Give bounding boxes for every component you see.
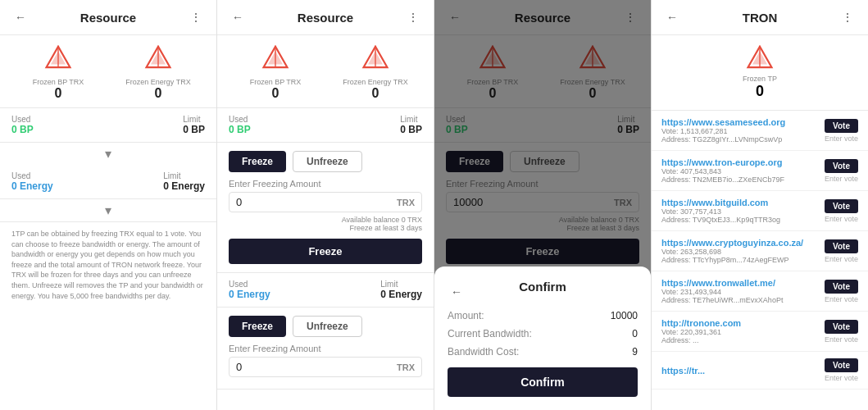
vote-address: Address: TG2Z8gIYr...LVNmpCswVp [661,135,820,144]
panel-resource-3: ← Resource ⋮ Frozen BP TRX 0 Frozen Ener… [434,0,652,410]
frozen-energy-item-2: Frozen Energy TRX 0 [325,45,425,101]
vote-button[interactable]: Vote [825,358,858,372]
frozen-bp-label-1: Frozen BP TRX [33,78,84,86]
freeze-buttons-energy-2: Freeze Unfreeze [229,316,422,337]
vote-info: https://tr... [661,366,820,376]
vote-url: https://www.cryptoguyinza.co.za/ [661,238,820,248]
vote-count: Vote: 231,493,944 [661,288,820,296]
panel-resource-1: ← Resource ⋮ Frozen BP TRX 0 Frozen Ener… [0,0,217,410]
panel-2-header: ← Resource ⋮ [217,0,434,35]
tron-logo-bp-1 [43,45,73,75]
confirm-button[interactable]: Confirm [448,367,638,397]
back-icon-4[interactable]: ← [663,8,681,26]
vote-action-col: Vote Enter vote [825,358,858,382]
frozen-tp-label: Frozen TP [743,75,777,83]
confirm-bandwidth-row: Current Bandwidth: 0 [448,328,638,339]
enter-vote-label: Enter vote [825,175,858,183]
freeze-section-bp-2: Freeze Unfreeze Enter Freezing Amount TR… [217,143,434,273]
vote-info: http://tronone.com Vote: 220,391,361 Add… [661,318,820,344]
vote-count: Vote: 407,543,843 [661,167,820,175]
vote-item[interactable]: https://www.cryptoguyinza.co.za/ Vote: 2… [652,231,868,271]
tron-logo-energy-1 [143,45,173,75]
back-icon-1[interactable]: ← [11,8,30,26]
limit-energy-2: Limit 0 Energy [380,280,422,300]
vote-item[interactable]: http://tronone.com Vote: 220,391,361 Add… [652,312,868,352]
vote-action-col: Vote Enter vote [825,320,858,344]
back-icon-confirm[interactable]: ← [448,283,466,301]
frozen-bp-label-2: Frozen BP TRX [250,78,302,86]
frozen-energy-item-1: Frozen Energy TRX 0 [108,45,208,101]
freeze-buttons-bp-2: Freeze Unfreeze [229,151,422,172]
frozen-energy-label-1: Frozen Energy TRX [125,78,190,86]
panel-4-title: TRON [743,11,778,25]
vote-button[interactable]: Vote [825,320,858,334]
more-icon-1[interactable]: ⋮ [187,8,205,26]
vote-url: https://www.tronwallet.me/ [661,278,820,288]
vote-count: Vote: 220,391,361 [661,328,820,336]
enter-vote-label: Enter vote [825,134,858,143]
freeze-action-btn-bp-2[interactable]: Freeze [229,239,422,264]
used-bp-1: Used 0 BP [11,115,34,135]
confirm-bandwidth-label: Current Bandwidth: [448,328,532,339]
logo-area-1: Frozen BP TRX 0 Frozen Energy TRX 0 [0,35,216,108]
vote-info: https://www.cryptoguyinza.co.za/ Vote: 2… [661,238,820,264]
energy-stats-2: Used 0 Energy Limit 0 Energy [217,273,434,308]
unfreeze-btn-bp-2[interactable]: Unfreeze [293,151,362,172]
vote-url: https://www.tron-europe.org [661,157,820,167]
vote-item[interactable]: https://www.sesameseed.org Vote: 1,513,6… [652,111,868,151]
enter-vote-label: Enter vote [825,335,858,344]
vote-button[interactable]: Vote [825,239,858,253]
chevron-bp-1[interactable]: ▾ [0,143,216,165]
vote-button[interactable]: Vote [825,159,858,173]
vote-list: https://www.sesameseed.org Vote: 1,513,6… [652,111,868,410]
freeze-btn-bp-2[interactable]: Freeze [229,151,286,172]
tron-balance: Frozen TP 0 [743,45,777,100]
freeze-btn-energy-2[interactable]: Freeze [229,316,286,337]
logo-area-2: Frozen BP TRX 0 Frozen Energy TRX 0 [217,35,434,108]
panel-resource-2: ← Resource ⋮ Frozen BP TRX 0 Frozen Ener… [217,0,434,410]
vote-item[interactable]: https://www.tronwallet.me/ Vote: 231,493… [652,271,868,312]
enter-vote-label: Enter vote [825,215,858,223]
panel-1-header: ← Resource ⋮ [0,0,216,35]
vote-button[interactable]: Vote [825,119,858,133]
freeze-label-bp-2: Enter Freezing Amount [229,179,422,189]
used-energy-2: Used 0 Energy [229,280,270,300]
vote-item[interactable]: https://www.tron-europe.org Vote: 407,54… [652,151,868,191]
freeze-input-energy-2[interactable] [236,361,397,373]
more-icon-2[interactable]: ⋮ [404,8,422,26]
vote-url: https://www.sesameseed.org [661,117,820,127]
chevron-energy-1[interactable]: ▾ [0,199,216,221]
frozen-bp-item-1: Frozen BP TRX 0 [8,45,108,101]
limit-bp-2: Limit 0 BP [400,115,422,135]
vote-action-col: Vote Enter vote [825,280,858,303]
freeze-currency-energy-2: TRX [397,362,415,372]
vote-info: https://www.bitguild.com Vote: 307,757,4… [661,198,820,224]
freeze-input-bp-2[interactable] [236,196,397,208]
tron-logo-area: Frozen TP 0 [652,35,868,111]
vote-count: Vote: 263,258,698 [661,248,820,256]
vote-info: https://www.tronwallet.me/ Vote: 231,493… [661,278,820,304]
unfreeze-btn-energy-2[interactable]: Unfreeze [293,316,362,337]
vote-button[interactable]: Vote [825,280,858,294]
vote-button[interactable]: Vote [825,199,858,213]
frozen-bp-item-2: Frozen BP TRX 0 [225,45,325,101]
freeze-input-row-energy-2[interactable]: TRX [229,357,422,377]
vote-address: Address: TTcYhypP8m...74zAegFEWP [661,256,820,264]
vote-action-col: Vote Enter vote [825,239,858,263]
vote-count: Vote: 307,757,413 [661,207,820,216]
confirm-sheet: ← Confirm Amount: 10000 Current Bandwidt… [434,266,651,410]
vote-action-col: Vote Enter vote [825,199,858,223]
vote-address: Address: ... [661,336,820,344]
tron-logo-energy-2 [361,45,390,75]
frozen-bp-value-2: 0 [272,86,279,101]
panel-2-title: Resource [298,11,353,25]
more-icon-4[interactable]: ⋮ [838,8,857,26]
vote-item[interactable]: https://www.bitguild.com Vote: 307,757,4… [652,191,868,231]
enter-vote-label: Enter vote [825,374,858,382]
vote-address: Address: TE7heUiWR...mEvxXAhoPt [661,296,820,304]
back-icon-2[interactable]: ← [229,8,247,26]
freeze-input-row-bp-2[interactable]: TRX [229,192,422,212]
vote-address: Address: TN2MEB7io...ZXeENCb79F [661,175,820,184]
enter-vote-label: Enter vote [825,295,858,303]
vote-item[interactable]: https://tr... Vote Enter vote [652,352,868,390]
